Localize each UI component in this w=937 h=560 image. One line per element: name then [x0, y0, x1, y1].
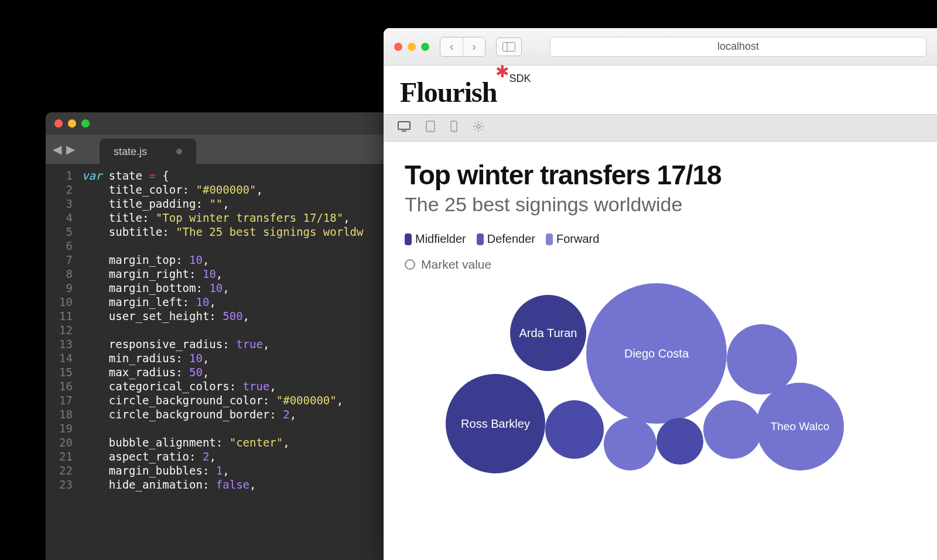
url-bar[interactable]: localhost	[550, 37, 926, 57]
legend-swatch-icon	[405, 233, 412, 245]
logo-area: Flourish ✱ SDK	[384, 66, 937, 114]
bubble-diego-costa[interactable]: Diego Costa	[586, 283, 727, 424]
bubble-unnamed-3[interactable]	[604, 418, 656, 470]
legend-swatch-icon	[546, 233, 553, 245]
code-content[interactable]: var state = { title_color: "#000000", ti…	[82, 164, 363, 492]
gear-icon[interactable]	[473, 121, 484, 135]
logo-sdk-label: SDK	[509, 73, 531, 85]
browser-minimize-button[interactable]	[408, 43, 416, 51]
sidebar-icon	[502, 42, 515, 51]
editor-forward-icon[interactable]: ▶	[66, 142, 75, 156]
browser-chrome: ‹ › localhost	[384, 28, 937, 66]
browser-window-controls	[394, 43, 429, 51]
svg-point-8	[477, 125, 480, 128]
browser-window: ‹ › localhost Flourish ✱ SDK	[384, 28, 937, 560]
svg-point-7	[453, 130, 454, 131]
bubble-unnamed-1[interactable]	[727, 324, 797, 394]
legend-item-forward[interactable]: Forward	[546, 232, 599, 246]
minimize-window-button[interactable]	[68, 119, 76, 128]
bubble-chart[interactable]: Arda Turan Diego Costa Ross Barkley Theo…	[405, 283, 916, 529]
line-gutter: 1 2 3 4 5 6 7 8 9 10 11 12 13 14 15 16 1…	[46, 164, 82, 492]
browser-nav-buttons: ‹ ›	[440, 37, 485, 57]
viz-subtitle: The 25 best signings worldwide	[405, 193, 916, 216]
close-window-button[interactable]	[54, 119, 63, 128]
legend-swatch-icon	[477, 233, 484, 245]
visualization-area: Top winter transfers 17/18 The 25 best s…	[384, 142, 937, 547]
url-text: localhost	[717, 40, 759, 53]
size-legend: Market value	[405, 257, 916, 272]
svg-point-5	[430, 130, 431, 131]
legend-label: Defender	[487, 232, 535, 246]
browser-close-button[interactable]	[394, 43, 402, 51]
device-toolbar	[384, 114, 937, 142]
flourish-logo: Flourish	[400, 76, 497, 108]
legend-label: Midfielder	[415, 232, 466, 246]
bubble-arda-turan[interactable]: Arda Turan	[510, 295, 586, 371]
mobile-icon[interactable]	[450, 121, 457, 135]
bubble-theo-walcott[interactable]: Theo Walco	[756, 383, 844, 470]
category-legend: Midfielder Defender Forward	[405, 232, 916, 246]
browser-back-button[interactable]: ‹	[440, 37, 463, 56]
browser-panel-toggle[interactable]	[496, 37, 522, 56]
browser-maximize-button[interactable]	[421, 43, 429, 51]
tablet-icon[interactable]	[426, 121, 435, 135]
legend-item-defender[interactable]: Defender	[477, 232, 535, 246]
tab-filename: state.js	[114, 146, 147, 158]
unsaved-indicator-icon	[176, 149, 182, 154]
legend-item-midfielder[interactable]: Midfielder	[405, 232, 466, 246]
browser-forward-button[interactable]: ›	[463, 37, 485, 56]
svg-rect-0	[503, 42, 515, 51]
size-circle-icon	[405, 259, 415, 270]
browser-content: Flourish ✱ SDK Top winter transfers 17/1…	[384, 66, 937, 547]
bubble-ross-barkley[interactable]: Ross Barkley	[446, 374, 545, 473]
desktop-icon[interactable]	[398, 121, 411, 135]
svg-rect-2	[398, 122, 410, 129]
logo-star-icon: ✱	[495, 62, 509, 81]
bubble-unnamed-4[interactable]	[656, 418, 703, 465]
viz-title: Top winter transfers 17/18	[405, 159, 916, 191]
size-legend-label: Market value	[421, 257, 491, 272]
bubble-unnamed-2[interactable]	[545, 400, 604, 459]
window-controls	[54, 119, 90, 128]
bubble-unnamed-5[interactable]	[703, 400, 762, 459]
editor-tab[interactable]: state.js	[100, 139, 196, 165]
editor-nav-arrows: ◀ ▶	[46, 142, 82, 156]
maximize-window-button[interactable]	[81, 119, 90, 128]
legend-label: Forward	[556, 232, 599, 246]
editor-back-icon[interactable]: ◀	[53, 142, 61, 156]
